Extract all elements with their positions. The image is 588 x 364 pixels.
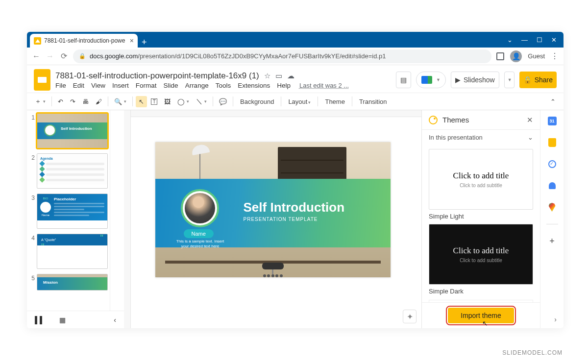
keep-icon[interactable] — [547, 138, 557, 147]
google-slides-logo-icon[interactable] — [34, 69, 50, 91]
addons-icon[interactable]: + — [547, 236, 557, 246]
profile-avatar[interactable]: 👤 — [510, 50, 522, 62]
slide-thumb-5[interactable]: Mission — [37, 274, 108, 291]
collapse-filmstrip-icon[interactable]: ‹ — [114, 316, 116, 324]
watermark: SLIDEMODEL.COM — [502, 349, 563, 356]
layout-button[interactable]: Layout▾ — [284, 96, 315, 107]
toolbar: ＋▾ ↶ ↷ 🖶 🖌 🔍▾ ↖ 🅃 🖼 ◯▾ ＼▾ 💬 Background L… — [27, 93, 564, 110]
menu-format[interactable]: Format — [136, 82, 157, 89]
theme-card-simple-dark[interactable]: Click to add title Click to add subtitle — [429, 224, 533, 285]
shape-icon[interactable]: ◯▾ — [174, 96, 192, 107]
slide-thumb-4[interactable]: A "Quote" " " — [37, 234, 108, 269]
themes-panel: Themes ✕ In this presentation ⌄ Click to… — [421, 110, 540, 328]
star-icon[interactable]: ☆ — [264, 72, 270, 80]
filmstrip-view-toggle: ▌▌ ▦ ‹ — [27, 311, 124, 328]
lock-icon: 🔒 — [79, 53, 86, 59]
doc-title[interactable]: 7881-01-self-introduction-powerpoint-tem… — [55, 71, 259, 81]
slide-number: 1 — [29, 113, 35, 121]
address-bar: ← → ⟳ 🔒 docs.google.com/presentation/d/1… — [27, 48, 564, 65]
menu-bar: File Edit View Insert Format Slide Arran… — [55, 82, 391, 89]
menu-view[interactable]: View — [91, 82, 105, 89]
slide-thumb-1[interactable]: Self Introduction — [37, 113, 108, 148]
slide-canvas-area[interactable]: Name This is a sample text. Insert your … — [124, 110, 421, 328]
meet-icon — [421, 76, 432, 84]
textbox-icon[interactable]: 🅃 — [148, 96, 160, 107]
calendar-icon[interactable]: 31 — [547, 116, 557, 126]
close-panel-icon[interactable]: ✕ — [527, 116, 533, 124]
minimize-icon[interactable]: ― — [521, 36, 528, 44]
menu-file[interactable]: File — [55, 82, 66, 89]
slideshow-dropdown[interactable]: ▼ — [504, 72, 514, 88]
theme-label: Simple Light — [429, 213, 533, 220]
undo-icon[interactable]: ↶ — [55, 96, 66, 107]
menu-insert[interactable]: Insert — [112, 82, 129, 89]
themes-section-header[interactable]: In this presentation ⌄ — [422, 130, 540, 145]
theme-button[interactable]: Theme — [321, 96, 348, 107]
paint-format-icon[interactable]: 🖌 — [93, 96, 105, 107]
collapse-toolbar-icon[interactable]: ⌃ — [547, 96, 559, 107]
grid-view-icon[interactable]: ▦ — [59, 316, 66, 324]
slide-filmstrip[interactable]: 1 Self Introduction 2 Agenda — [27, 110, 110, 311]
explore-button[interactable]: ✦ — [403, 310, 416, 323]
move-icon[interactable]: ▭ — [275, 72, 282, 80]
image-icon[interactable]: 🖼 — [161, 96, 173, 107]
slide-canvas[interactable]: Name This is a sample text. Insert your … — [155, 142, 391, 277]
print-icon[interactable]: 🖶 — [79, 96, 92, 107]
meet-button[interactable]: ▼ — [416, 72, 446, 88]
slide-number: 2 — [29, 153, 35, 161]
chevron-down-icon: ⌄ — [528, 134, 533, 141]
tasks-icon[interactable] — [547, 159, 557, 169]
reading-list-icon[interactable] — [496, 52, 504, 60]
sample-text: This is a sample text. Insert your desir… — [176, 239, 225, 249]
maps-icon[interactable] — [547, 202, 557, 212]
menu-arrange[interactable]: Arrange — [185, 82, 209, 89]
menu-help[interactable]: Help — [277, 82, 291, 89]
menu-slide[interactable]: Slide — [164, 82, 178, 89]
slide-title: Self Introduction — [244, 200, 345, 215]
import-theme-button[interactable]: Import theme ↖ — [448, 308, 514, 323]
expand-side-panel-icon[interactable]: › — [554, 315, 557, 323]
transition-button[interactable]: Transition — [355, 96, 391, 107]
theme-card-simple-light[interactable]: Click to add title Click to add subtitle — [429, 149, 533, 210]
reload-icon[interactable]: ⟳ — [59, 51, 68, 61]
contacts-icon[interactable] — [547, 181, 557, 191]
forward-icon[interactable]: → — [46, 52, 54, 61]
slideshow-button[interactable]: ▶ Slideshow — [451, 72, 499, 88]
zoom-button[interactable]: 🔍▾ — [111, 96, 129, 107]
slide-number: 5 — [29, 274, 35, 282]
browser-menu-icon[interactable]: ⋮ — [551, 51, 559, 61]
side-panel: 31 + › — [540, 110, 564, 328]
themes-icon — [429, 116, 438, 124]
new-tab-button[interactable]: + — [142, 37, 147, 48]
window-titlebar: 7881-01-self-introduction-powe × + ⌄ ― ☐… — [27, 32, 564, 48]
tab-close-icon[interactable]: × — [130, 37, 134, 45]
slide-thumb-3[interactable]: BIO Name Placeholder — [37, 194, 108, 229]
new-slide-button[interactable]: ＋▾ — [32, 95, 49, 108]
browser-tab[interactable]: 7881-01-self-introduction-powe × — [30, 34, 138, 48]
maximize-icon[interactable]: ☐ — [537, 36, 542, 44]
comment-icon[interactable]: 💬 — [216, 96, 230, 107]
main-area: 1 Self Introduction 2 Agenda — [27, 110, 564, 328]
url-field[interactable]: 🔒 docs.google.com/presentation/d/1D9CiL0… — [73, 49, 491, 63]
select-tool-icon[interactable]: ↖ — [136, 96, 147, 107]
share-button[interactable]: 🔒 Share — [519, 72, 557, 88]
menu-extensions[interactable]: Extensions — [238, 82, 270, 89]
cloud-status-icon[interactable]: ☁ — [287, 72, 294, 80]
back-icon[interactable]: ← — [32, 52, 41, 61]
chevron-down-icon[interactable]: ⌄ — [507, 36, 513, 44]
background-button[interactable]: Background — [236, 96, 278, 107]
tab-title: 7881-01-self-introduction-powe — [44, 37, 127, 44]
comments-button[interactable]: ▤ — [396, 72, 411, 88]
close-window-icon[interactable]: ✕ — [551, 36, 557, 44]
url-text: docs.google.com/presentation/d/1D9CiL08o… — [90, 52, 386, 60]
themes-panel-title: Themes — [442, 116, 522, 124]
slides-favicon-icon — [34, 37, 41, 45]
redo-icon[interactable]: ↷ — [67, 96, 78, 107]
last-edit-link[interactable]: Last edit was 2 ... — [299, 82, 349, 89]
menu-edit[interactable]: Edit — [73, 82, 84, 89]
slides-header: 7881-01-self-introduction-powerpoint-tem… — [27, 65, 564, 93]
slide-thumb-2[interactable]: Agenda — [37, 153, 108, 189]
menu-tools[interactable]: Tools — [216, 82, 231, 89]
filmstrip-view-icon[interactable]: ▌▌ — [35, 316, 45, 324]
line-icon[interactable]: ＼▾ — [193, 95, 210, 108]
